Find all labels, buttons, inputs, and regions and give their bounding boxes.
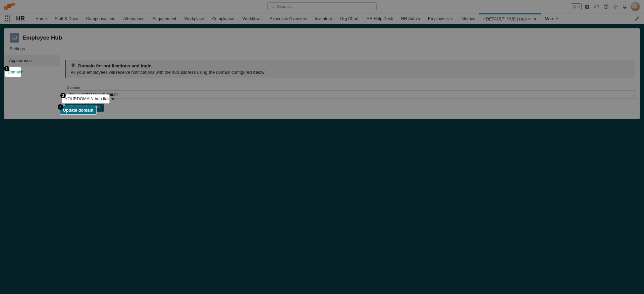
nav-inventory[interactable]: Inventory (311, 13, 336, 24)
page-title: Employee Hub (22, 35, 62, 41)
nav-org-chart[interactable]: Org Chart (336, 13, 363, 24)
avatar[interactable] (631, 2, 640, 11)
sidebar-item-appearance[interactable]: Appearance (4, 55, 60, 66)
nav-employees[interactable]: Employees (424, 13, 458, 24)
svg-point-7 (615, 6, 616, 7)
nav-home[interactable]: Home (32, 13, 51, 24)
update-button-text: Update domain (63, 108, 93, 113)
global-search (267, 2, 377, 11)
help-icon (603, 4, 609, 9)
callout-badge-2: 2 (60, 93, 66, 98)
nav-help-desk[interactable]: HR Help Desk (363, 13, 397, 24)
primary-nav: HR Home Staff & Docs Compensations Atten… (0, 13, 644, 24)
chevron-down-icon (577, 5, 580, 8)
nav-hr-admin[interactable]: HR Admin (397, 13, 424, 24)
nav-metrics[interactable]: Metrics (458, 13, 479, 24)
notifications-button[interactable] (621, 3, 629, 10)
nav-engagement[interactable]: Engagement (149, 13, 180, 24)
setup-gear-button[interactable] (612, 3, 619, 10)
svg-point-8 (271, 5, 273, 7)
nav-expenses[interactable]: Expenses Overview (266, 13, 311, 24)
screen-icon (10, 33, 19, 43)
favorites-toggle[interactable] (571, 3, 582, 10)
svg-point-6 (606, 7, 606, 8)
gear-icon (613, 4, 618, 9)
stage: Employee Hub Settings Appearance Domain … (0, 24, 644, 294)
close-tab-button[interactable] (533, 17, 537, 21)
settings-panel: Domain for notifications and login All y… (60, 55, 640, 119)
global-add-button[interactable] (584, 3, 591, 10)
active-tab-label: * DEFAULT_HUB | Hub (483, 17, 527, 21)
bell-icon (622, 4, 628, 9)
search-icon (270, 4, 275, 9)
callout-badge-1: 1 (4, 66, 9, 71)
nav-active-record-tab[interactable]: * DEFAULT_HUB | Hub (479, 13, 541, 24)
nav-workflows[interactable]: Workflows (238, 13, 265, 24)
edit-nav-button[interactable] (635, 16, 639, 21)
nav-compliance[interactable]: Compliance (208, 13, 238, 24)
settings-sidebar: Appearance Domain (4, 55, 60, 119)
nav-attendance[interactable]: Attendance (119, 13, 148, 24)
chevron-down-icon (450, 18, 453, 20)
record-card: Employee Hub Settings Appearance Domain … (4, 28, 640, 119)
bulb-icon (71, 63, 75, 68)
app-logo (4, 3, 16, 10)
app-name: HR (16, 15, 25, 22)
plus-icon (585, 4, 590, 9)
sidebar-item-domain-link[interactable]: Domain (8, 70, 22, 74)
highlight-domain-value[interactable]: YOURDOMAIN.hub.flair.hr (62, 94, 110, 104)
banner-desc: All your employees will receive notifica… (71, 70, 630, 75)
salesforce-cloud-button[interactable] (593, 3, 600, 10)
nav-staff-docs[interactable]: Staff & Docs (51, 13, 82, 24)
domain-field-label: Domain (67, 85, 635, 90)
callout-badge-3: 3 (58, 104, 63, 110)
domain-value-text: YOURDOMAIN.hub.flair.hr (65, 97, 114, 101)
svg-marker-3 (573, 5, 576, 8)
info-banner: Domain for notifications and login All y… (65, 60, 635, 78)
banner-title: Domain for notifications and login (78, 63, 152, 68)
nav-more[interactable]: More (541, 16, 562, 21)
search-input[interactable] (267, 2, 377, 11)
subtab-settings[interactable]: Settings (10, 47, 25, 55)
help-button[interactable] (602, 3, 610, 10)
star-icon (573, 5, 577, 9)
cloud-icon (594, 4, 600, 9)
highlight-update-button[interactable]: Update domain (60, 106, 97, 115)
svg-rect-9 (12, 36, 16, 39)
nav-links: Home Staff & Docs Compensations Attendan… (32, 13, 562, 24)
nav-workplace[interactable]: Workplace (180, 13, 208, 24)
domain-input[interactable] (65, 90, 635, 99)
app-launcher-button[interactable] (5, 15, 11, 22)
chevron-down-icon[interactable] (528, 18, 531, 20)
svg-rect-2 (11, 3, 15, 6)
nav-compensations[interactable]: Compensations (82, 13, 119, 24)
